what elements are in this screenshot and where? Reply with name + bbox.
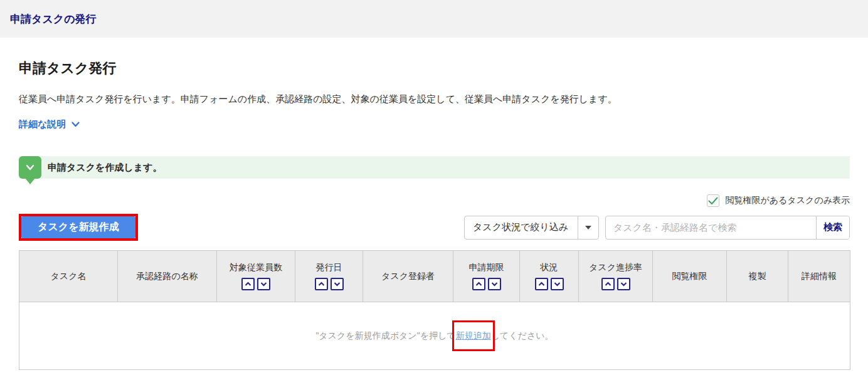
details-link-label: 詳細な説明 [19,119,66,130]
sort-asc-icon [245,282,251,287]
sort-descending-button[interactable] [257,278,270,290]
sort-asc-icon [605,282,611,287]
chevron-down-icon [71,122,80,127]
column-header-duplicate: 複製 [727,251,788,302]
check-icon [708,197,718,205]
empty-state-message: "タスクを新規作成ボタン"を押して新規追加してください。 [19,302,850,370]
view-permission-checkbox[interactable] [707,194,719,207]
column-label: タスク登録者 [365,271,451,282]
sort-desc-icon [260,282,267,287]
page-top-bar: 申請タスクの発行 [0,0,868,38]
main-content: 申請タスク発行 従業員へ申請タスク発行を行います。申請フォームの作成、承認経路の… [0,59,868,370]
page-title: 申請タスク発行 [19,59,850,78]
create-task-button[interactable]: タスクを新規作成 [21,216,135,238]
column-label: 申請期限 [455,262,517,273]
caret-down-icon [585,226,591,230]
table-empty-row: "タスクを新規作成ボタン"を押して新規追加してください。 [19,302,850,370]
empty-message-suffix: してください。 [491,330,554,340]
sort-descending-button[interactable] [617,278,630,290]
sort-desc-icon [554,282,561,287]
sort-controls [581,278,650,290]
sort-asc-icon [475,282,482,287]
table-header-row: タスク名 承認経路の名称 対象従業員数 発行日 [19,251,850,302]
view-permission-filter[interactable]: 閲覧権限があるタスクのみ表示 [19,194,850,207]
column-label: 閲覧権限 [655,271,724,282]
column-header-task-registrant: タスク登録者 [363,251,453,302]
column-header-issue-date: 発行日 [295,251,363,302]
add-new-task-link[interactable]: 新規追加 [456,330,491,340]
column-header-task-name: タスク名 [19,251,118,302]
details-toggle-link[interactable]: 詳細な説明 [19,119,80,130]
view-permission-label: 閲覧権限があるタスクのみ表示 [725,195,850,206]
empty-message-prefix: "タスクを新規作成ボタン"を押して [315,330,455,340]
sort-ascending-button[interactable] [315,278,328,290]
sort-controls [297,278,361,290]
column-label: 発行日 [297,262,361,273]
sort-ascending-button[interactable] [601,278,615,290]
annotation-highlight-add-link: 新規追加 [456,330,491,342]
sort-descending-button[interactable] [551,278,564,290]
column-header-details: 詳細情報 [788,251,850,302]
task-list-table: タスク名 承認経路の名称 対象従業員数 発行日 [19,250,850,370]
guidance-banner: 申請タスクを作成します。 [19,156,850,179]
column-label: タスク進捗率 [581,262,650,273]
column-header-target-employees: 対象従業員数 [217,251,295,302]
column-label: 対象従業員数 [219,262,293,273]
status-filter-dropdown[interactable]: タスク状況で絞り込み [464,216,599,240]
column-header-status: 状況 [520,251,579,302]
search-button[interactable]: 検索 [816,216,849,239]
column-header-view-permission: 閲覧権限 [653,251,727,302]
task-toolbar: タスクを新規作成 タスク状況で絞り込み 検索 [19,214,850,241]
column-label: 複製 [729,271,786,282]
status-filter-selected-value: タスク状況で絞り込み [465,221,578,233]
column-label: 状況 [522,262,576,273]
page-description: 従業員へ申請タスク発行を行います。申請フォームの作成、承認経路の設定、対象の従業… [19,93,850,105]
column-label: タスク名 [21,271,115,282]
sort-ascending-button[interactable] [241,278,255,290]
dropdown-arrow-button[interactable] [578,216,598,239]
column-header-application-deadline: 申請期限 [453,251,520,302]
sort-controls [219,278,293,290]
sort-descending-button[interactable] [331,278,344,290]
search-bar: 検索 [605,216,850,240]
breadcrumb-title: 申請タスクの発行 [10,12,97,26]
column-label: 詳細情報 [790,271,848,282]
search-input[interactable] [606,216,816,239]
column-header-task-progress: タスク進捗率 [579,251,653,302]
column-header-approval-route: 承認経路の名称 [118,251,217,302]
sort-controls [455,278,517,290]
sort-desc-icon [491,282,498,287]
sort-asc-icon [318,282,325,287]
sort-desc-icon [620,282,627,287]
sort-ascending-button[interactable] [472,278,485,290]
annotation-highlight-create-button: タスクを新規作成 [19,214,138,241]
sort-ascending-button[interactable] [535,278,548,290]
sort-desc-icon [334,282,341,287]
banner-bubble-chevron-icon[interactable] [19,156,41,179]
sort-controls [522,278,576,290]
sort-asc-icon [538,282,545,287]
banner-message: 申請タスクを作成します。 [48,162,162,174]
column-label: 承認経路の名称 [120,271,214,282]
sort-descending-button[interactable] [488,278,501,290]
